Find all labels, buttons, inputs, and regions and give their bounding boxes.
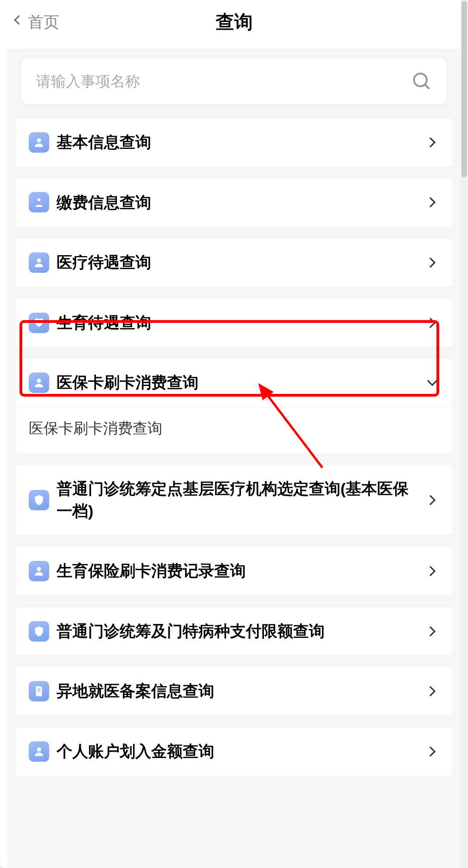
list-item-label: 普通门诊统筹定点基层医疗机构选定查询(基本医保一档): [57, 478, 418, 522]
svg-point-2: [37, 138, 41, 142]
hand-icon: [29, 192, 49, 212]
query-list: 基本信息查询 缴费信息查询: [7, 118, 461, 776]
content-area: 基本信息查询 缴费信息查询: [7, 49, 461, 868]
list-item-payment-info[interactable]: 缴费信息查询: [16, 179, 452, 227]
list-item-label: 生育保险刷卡消费记录查询: [57, 560, 246, 582]
list-item-label: 异地就医备案信息查询: [57, 680, 214, 702]
list-item-label: 个人账户划入金额查询: [57, 740, 214, 763]
list-item-basic-info[interactable]: 基本信息查询: [16, 118, 452, 167]
list-item-label: 医疗待遇查询: [57, 251, 151, 274]
sub-item-card-consumption[interactable]: 医保卡刷卡消费查询: [16, 407, 452, 453]
chevron-right-icon: [425, 564, 439, 578]
chevron-right-icon: [425, 624, 439, 638]
chevron-right-icon: [425, 195, 439, 209]
search-bar[interactable]: [21, 58, 447, 104]
heart-icon: [29, 313, 49, 333]
shield-icon: [29, 490, 49, 510]
page-container: 首页 查询 基本信息查询: [0, 0, 468, 868]
chevron-left-icon: [11, 11, 24, 33]
svg-point-0: [414, 74, 427, 87]
list-item-label: 基本信息查询: [57, 131, 151, 154]
list-item-label: 医保卡刷卡消费查询: [57, 372, 199, 394]
chevron-right-icon: [425, 316, 439, 330]
list-item-outpatient-limit[interactable]: 普通门诊统筹及门特病种支付限额查询: [16, 607, 452, 656]
svg-rect-7: [38, 689, 41, 690]
chevron-right-icon: [425, 493, 439, 507]
svg-rect-8: [38, 691, 41, 692]
svg-point-3: [38, 199, 41, 202]
chevron-right-icon: [425, 135, 439, 149]
user-icon: [29, 252, 49, 273]
chevron-down-icon: [425, 376, 439, 390]
header: 首页 查询: [0, 0, 468, 44]
chevron-right-icon: [425, 256, 439, 270]
list-item-account-amount[interactable]: 个人账户划入金额查询: [16, 727, 452, 776]
chevron-right-icon: [425, 684, 439, 698]
document-icon: [29, 681, 49, 701]
shield-icon: [29, 621, 49, 642]
list-item-maternity-treatment[interactable]: 生育待遇查询: [16, 299, 452, 347]
chevron-right-icon: [425, 745, 439, 759]
search-input[interactable]: [36, 73, 411, 90]
user-icon: [29, 561, 49, 581]
svg-line-1: [425, 85, 429, 89]
list-item-label: 普通门诊统筹及门特病种支付限额查询: [57, 620, 325, 643]
search-icon[interactable]: [411, 71, 432, 91]
svg-point-4: [37, 258, 41, 263]
svg-point-5: [37, 379, 41, 383]
list-item-offsite-record[interactable]: 异地就医备案信息查询: [16, 667, 452, 715]
list-item-card-consumption[interactable]: 医保卡刷卡消费查询 医保卡刷卡消费查询: [16, 359, 452, 453]
user-icon: [29, 132, 49, 153]
svg-point-9: [37, 747, 41, 752]
back-label: 首页: [28, 12, 59, 33]
scrollbar[interactable]: [461, 0, 468, 868]
user-icon: [29, 741, 49, 762]
svg-point-6: [37, 567, 41, 571]
scrollbar-thumb[interactable]: [462, 1, 467, 177]
list-item-label: 缴费信息查询: [57, 192, 151, 214]
back-button[interactable]: 首页: [11, 11, 59, 33]
page-title: 查询: [6, 9, 462, 35]
list-item-label: 生育待遇查询: [57, 312, 151, 334]
list-item-medical-treatment[interactable]: 医疗待遇查询: [16, 238, 452, 287]
user-icon: [29, 373, 49, 393]
list-item-maternity-card-record[interactable]: 生育保险刷卡消费记录查询: [16, 547, 452, 595]
list-item-outpatient-selection[interactable]: 普通门诊统筹定点基层医疗机构选定查询(基本医保一档): [16, 465, 452, 535]
